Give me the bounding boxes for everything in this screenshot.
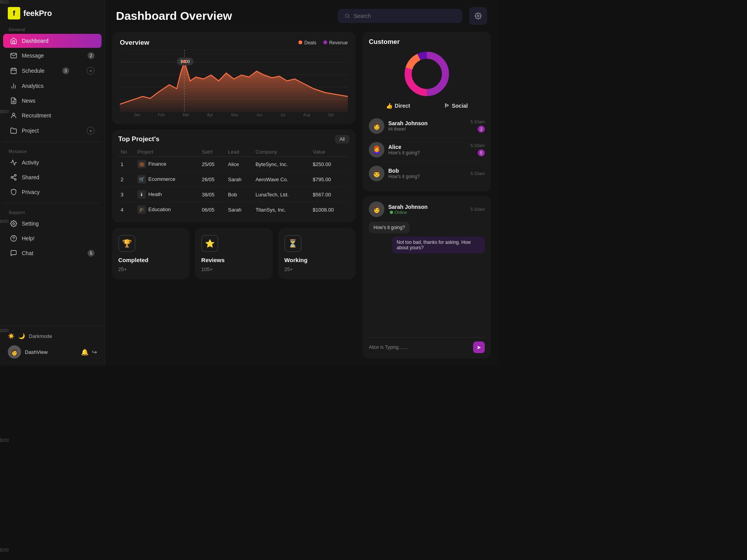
chat-badge: 5	[478, 149, 485, 156]
completed-label: Completed	[118, 257, 149, 263]
logout-icon[interactable]: ↪	[92, 348, 97, 356]
left-panel: Overview Deals Revenue $600$500$400$300$…	[112, 32, 356, 359]
darkmode-label: Darkmode	[29, 333, 52, 339]
schedule-badge: 3	[62, 67, 69, 74]
chat-preview: Hi there!	[388, 126, 466, 132]
reviews-label: Reviews	[201, 257, 224, 263]
sidebar-item-dashboard[interactable]: Dashboard	[3, 34, 102, 48]
main-panels: Overview Deals Revenue $600$500$400$300$…	[105, 32, 498, 366]
overview-card: Overview Deals Revenue $600$500$400$300$…	[112, 32, 356, 124]
cell-no: 2	[118, 172, 135, 187]
myspace-section-label: Myspace	[0, 145, 105, 155]
sidebar-item-message[interactable]: Message 2	[3, 49, 102, 63]
sidebar-item-chat[interactable]: Chat 5	[3, 246, 102, 260]
chat-preview: How's it going?	[388, 174, 466, 179]
stat-card-completed: 🏆 Completed 25+	[112, 228, 189, 279]
completed-icon: 🏆	[118, 235, 135, 252]
sidebar-item-label: Analytics	[22, 83, 44, 89]
completed-count: 25+	[118, 266, 127, 272]
customer-title: Customer	[369, 38, 485, 46]
sidebar-item-analytics[interactable]: Analytics	[3, 79, 102, 93]
gear-icon	[475, 12, 482, 19]
sidebar-item-label: Setting	[22, 220, 39, 227]
sidebar-item-label: Privacy	[22, 189, 40, 195]
cell-lead: Bob	[226, 187, 253, 202]
chat-list-item[interactable]: 👨 Bob How's it going? 5:10am	[369, 162, 485, 185]
sidebar-item-help[interactable]: Help!	[3, 231, 102, 245]
schedule-add-icon[interactable]: +	[87, 67, 95, 75]
support-section-label: Support	[0, 206, 105, 216]
direct-label-item: 👍 Direct	[386, 103, 410, 109]
chat-message-1: How's it going?	[369, 222, 410, 233]
donut-chart-wrap	[369, 51, 485, 97]
chat-avatar: 👩‍🦰	[369, 142, 384, 158]
cell-no: 3	[118, 187, 135, 202]
overview-title: Overview	[120, 39, 149, 47]
sidebar-item-schedule[interactable]: Schedule 3 +	[3, 63, 102, 78]
chat-badge: 5	[88, 250, 95, 257]
right-panel: Customer 👍	[363, 32, 491, 359]
settings-button[interactable]	[469, 7, 487, 25]
social-label-item: 🏳 Social	[444, 103, 468, 109]
sidebar-item-setting[interactable]: Setting	[3, 217, 102, 231]
sidebar-item-activity[interactable]: Activity	[3, 156, 102, 170]
working-count: 25+	[284, 266, 293, 272]
cell-value: $250.00	[310, 157, 349, 172]
stat-card-reviews: ⭐ Reviews 105+	[195, 228, 272, 279]
cell-value: $795.00	[310, 172, 349, 187]
col-project: Project	[135, 147, 199, 157]
sidebar-item-shared[interactable]: Shared	[3, 170, 102, 184]
cell-start: 38/05	[200, 187, 226, 202]
working-label: Working	[284, 257, 308, 263]
chat-avatar: 👩	[369, 118, 384, 134]
chat-meta: 5:10am	[470, 171, 485, 176]
chat-meta: 5:10am 5	[470, 143, 485, 156]
cell-no: 4	[118, 202, 135, 217]
user-name: DashView	[25, 349, 77, 355]
flag-icon: 🏳	[444, 103, 449, 109]
cell-lead: Sarah	[226, 202, 253, 217]
sidebar-item-news[interactable]: News	[3, 94, 102, 108]
sidebar-item-project[interactable]: Project +	[3, 123, 102, 138]
cell-company: ByteSync, Inc.	[253, 157, 310, 172]
cell-company: TitanSys, Inc.	[253, 202, 310, 217]
search-bar[interactable]	[338, 9, 462, 23]
stat-card-working: ⏳ Working 25+	[278, 228, 356, 279]
search-input[interactable]	[354, 13, 455, 19]
cell-project: 🎓Education	[135, 202, 199, 217]
sidebar-item-label: Project	[22, 128, 39, 134]
cell-project: 🛒Ecommerce	[135, 172, 199, 187]
active-chat-status: Online	[388, 210, 466, 215]
cell-company: AeroWave Co.	[253, 172, 310, 187]
table-row: 3 🌡Heath 38/05 Bob LunaTech, Ltd. $567.0…	[118, 187, 349, 202]
projects-table: No Project Satrt Lead Compony Value 1 💼F…	[118, 147, 349, 217]
chat-message-2: Not too bad, thanks for asking. How abou…	[392, 236, 485, 254]
active-chat-card: 👩 Sarah Johnson Online 5:10am How's it g…	[363, 196, 491, 359]
cell-value: $1008.00	[310, 202, 349, 217]
cell-no: 1	[118, 157, 135, 172]
cell-lead: Sarah	[226, 172, 253, 187]
sidebar-item-label: Schedule	[22, 68, 44, 74]
sidebar-item-recruitment[interactable]: Recruitment	[3, 108, 102, 122]
main-content-area: Dashboard Overview Overview Deals Revenu…	[105, 0, 498, 366]
chat-input-row: Alice is Typing....... ➤	[369, 337, 485, 353]
sidebar-item-privacy[interactable]: Privacy	[3, 185, 102, 199]
page-title: Dashboard Overview	[116, 9, 331, 23]
all-button[interactable]: All	[335, 135, 349, 144]
overview-header: Overview Deals Revenue	[120, 39, 348, 47]
notification-btn[interactable]: 🔔	[81, 348, 89, 356]
general-section-label: General	[0, 23, 105, 33]
chat-info: Bob How's it going?	[388, 168, 466, 179]
chat-info: Alice How's it going?	[388, 144, 466, 156]
cell-project: 💼Finance	[135, 157, 199, 172]
logo-area: f feekPro	[0, 0, 105, 23]
chat-time: 5:10am	[470, 171, 485, 176]
table-row: 4 🎓Education 06/05 Sarah TitanSys, Inc. …	[118, 202, 349, 217]
chat-list-item[interactable]: 👩‍🦰 Alice How's it going? 5:10am 5	[369, 138, 485, 162]
project-add-icon[interactable]: +	[87, 127, 95, 135]
reviews-count: 105+	[201, 266, 212, 272]
active-chat-name: Sarah Johnson	[388, 204, 466, 210]
chat-list-item[interactable]: 👩 Sarah Johnson Hi there! 5:10am 2	[369, 114, 485, 138]
send-button[interactable]: ➤	[473, 341, 485, 353]
x-axis-labels: JanFebMarAprMayJunJulAugSpt	[120, 112, 348, 117]
